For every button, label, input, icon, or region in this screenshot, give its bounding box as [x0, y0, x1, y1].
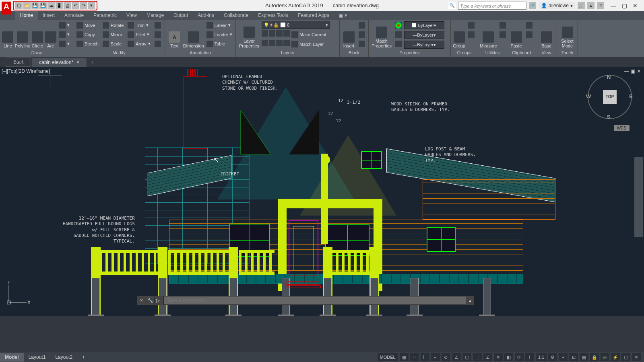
insert-button[interactable]: Insert [341, 21, 356, 48]
cut-icon[interactable] [524, 21, 534, 29]
panel-title-view[interactable]: View [538, 49, 555, 56]
3dosnap-icon[interactable]: ⬚ [473, 353, 482, 361]
lock-ui-icon[interactable]: 🔒 [590, 353, 599, 361]
gear-icon[interactable]: ⚙ [548, 353, 557, 361]
array-button[interactable]: Array ▾ [126, 39, 152, 48]
offset-button[interactable] [153, 39, 163, 48]
panel-title-properties[interactable]: Properties [370, 49, 449, 56]
search-input[interactable]: Type a keyword or phrase [458, 2, 526, 10]
make-current-button[interactable]: Make Current [291, 30, 327, 39]
workspace-icon[interactable]: + [559, 353, 568, 361]
ortho-icon[interactable]: ⌐ [431, 353, 440, 361]
tab-start[interactable]: Start [6, 57, 31, 67]
grid-icon[interactable]: ▦ [400, 353, 409, 361]
tab-insert[interactable]: Insert [38, 11, 60, 20]
snap-icon[interactable]: ∷ [410, 353, 419, 361]
panel-title-groups[interactable]: Groups [452, 49, 476, 56]
qat-dropdown-icon[interactable]: ▾ [88, 2, 95, 9]
layer-dropdown[interactable]: 💡 ☀ 🔒 0 ▾ [262, 21, 330, 29]
edit-block-icon[interactable] [357, 30, 367, 39]
layer-thaw-icon[interactable] [269, 40, 275, 46]
panel-title-layers[interactable]: Layers [237, 49, 338, 56]
app-logo[interactable]: A [2, 2, 11, 14]
model-space-toggle[interactable]: MODEL [378, 353, 398, 361]
layer-uniso-icon[interactable] [283, 40, 290, 46]
ungroup-icon[interactable] [466, 21, 476, 29]
leader-button[interactable]: Leader ▾ [205, 30, 234, 39]
tab-view[interactable]: View [122, 11, 142, 20]
redo-icon[interactable]: ↷ [80, 2, 87, 9]
arc-button[interactable]: Arc [44, 21, 57, 48]
layer-on-icon[interactable] [262, 40, 268, 46]
save-icon[interactable]: 💾 [31, 2, 39, 9]
panel-title-clipboard[interactable]: Clipboard [509, 49, 534, 56]
layer-properties-button[interactable]: Layer Properties [237, 21, 261, 48]
erase-button[interactable] [153, 21, 163, 29]
annotation-monitor-icon[interactable]: ! [525, 353, 534, 361]
app-store-icon[interactable]: ▲ [587, 2, 594, 9]
panel-title-draw[interactable]: Draw [2, 49, 71, 56]
cloud-icon[interactable]: ☁ [47, 2, 55, 9]
rotate-button[interactable]: Rotate [101, 21, 125, 29]
panel-title-touch[interactable]: Touch [559, 49, 576, 56]
minimize-button[interactable]: — [611, 2, 616, 9]
wcs-label[interactable]: WCS [614, 125, 630, 131]
print-icon[interactable]: 🖨 [64, 2, 71, 9]
line-button[interactable]: Line [2, 21, 14, 48]
fillet-button[interactable]: Fillet ▾ [126, 30, 152, 39]
ellipse-button[interactable]: ▾ [58, 39, 71, 48]
add-layout-button[interactable]: + [77, 353, 90, 362]
linear-button[interactable]: Linear ▾ [205, 21, 234, 29]
compass-s[interactable]: S [607, 114, 611, 120]
viewport-close-icon[interactable]: ✕ [637, 68, 641, 74]
compass-n[interactable]: N [607, 74, 611, 80]
polar-icon[interactable]: ⊙ [442, 353, 450, 361]
infer-icon[interactable]: ⊢ [421, 353, 429, 361]
polyline-button[interactable]: Polyline [15, 21, 31, 48]
text-button[interactable]: AText [167, 21, 182, 48]
create-block-icon[interactable] [357, 21, 367, 29]
color-dropdown[interactable]: ByLayer ▾ [404, 21, 444, 29]
command-line[interactable]: × 🔧 ▷_ ▴ [137, 296, 475, 305]
customize-icon[interactable]: ≡ [632, 353, 641, 361]
layer-iso-icon[interactable] [283, 30, 290, 37]
units-icon[interactable]: ⊡ [569, 353, 578, 361]
viewcube-face[interactable]: TOP [603, 90, 617, 104]
tab-annotate[interactable]: Annotate [60, 11, 89, 20]
tab-switch-icon[interactable]: ▣ ▾ [334, 11, 352, 20]
saveas-icon[interactable]: 💾 [39, 2, 47, 9]
paste-button[interactable]: Paste [509, 21, 524, 48]
infocenter-icon[interactable]: 🔗 [529, 2, 536, 9]
tab-manage[interactable]: Manage [142, 11, 169, 20]
tab-cabin-elevation[interactable]: cabin elevation*× [32, 58, 87, 67]
recent-cmd-icon[interactable]: 🔧 [146, 296, 155, 305]
lineweight-icon[interactable] [394, 30, 403, 39]
otrack-icon[interactable]: ∠ [483, 353, 492, 361]
measure-button[interactable]: Measure [480, 21, 497, 48]
close-cmd-icon[interactable]: × [137, 296, 146, 305]
search-icon[interactable]: 🔍 [448, 2, 456, 9]
layer-unlock-icon[interactable] [276, 40, 283, 46]
tab-addins[interactable]: Add-ins [193, 11, 219, 20]
linetype-dropdown[interactable]: — ByLayer ▾ [404, 41, 444, 49]
explode-button[interactable] [153, 30, 163, 39]
viewport-max-icon[interactable]: ▣ [631, 68, 635, 74]
exchange-icon[interactable]: 🛒 [578, 2, 585, 9]
tab-featured[interactable]: Featured Apps [293, 11, 334, 20]
new-icon[interactable]: ▢ [15, 2, 23, 9]
viewcube[interactable]: TOP N E S W [588, 75, 632, 119]
compass-w[interactable]: W [586, 93, 591, 99]
linetype-icon[interactable] [394, 39, 403, 48]
match-layer-button[interactable]: Match Layer [291, 40, 325, 48]
lineweight-toggle-icon[interactable]: ≡ [494, 353, 503, 361]
clean-screen-icon[interactable]: ▢ [621, 353, 630, 361]
viewport-label[interactable]: [–][Top][2D Wireframe] [2, 68, 50, 74]
user-account[interactable]: 👤 allenlowe ▾ [539, 2, 575, 9]
hardware-accel-icon[interactable]: ⚡ [611, 353, 620, 361]
panel-title-modify[interactable]: Modify [75, 49, 163, 56]
tab-express[interactable]: Express Tools [253, 11, 293, 20]
compass-e[interactable]: E [629, 93, 633, 99]
base-button[interactable]: Base [538, 21, 555, 48]
osnap-icon[interactable]: ▢ [462, 353, 471, 361]
isodraft-icon[interactable]: ∠ [452, 353, 461, 361]
